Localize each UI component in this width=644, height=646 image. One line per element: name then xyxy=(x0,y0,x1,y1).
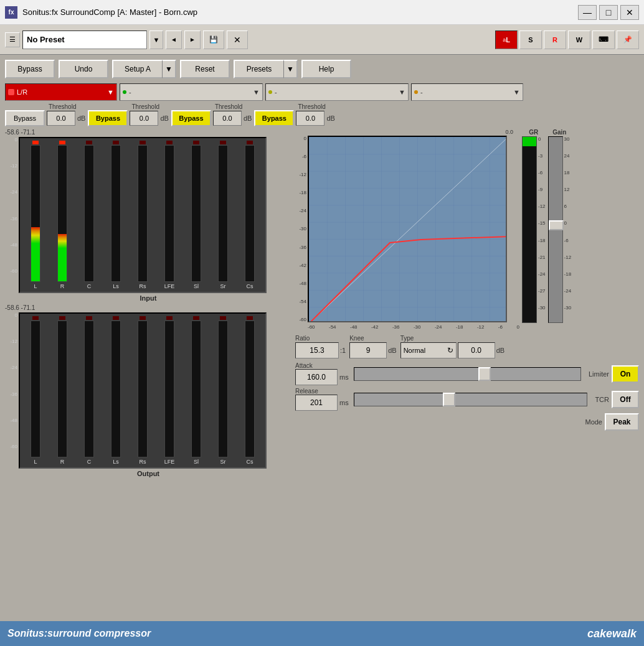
gain-section: Gain 30 24 18 12 6 0 xyxy=(548,129,572,323)
keyboard-button[interactable]: ⌨ xyxy=(592,30,615,49)
ch-name-Rs: Rs xyxy=(140,283,146,289)
pin-button[interactable]: 📌 xyxy=(617,30,639,49)
gain-slider-thumb[interactable] xyxy=(549,220,564,230)
out-bar-Sr xyxy=(218,321,228,457)
tcr-label: TCR xyxy=(595,396,609,403)
clip-led-LFE xyxy=(166,141,173,144)
preset-prev-button[interactable]: ◄ xyxy=(166,30,182,49)
bypass-button-3[interactable]: Bypass xyxy=(171,110,211,126)
channel-3-selector[interactable]: - ▼ xyxy=(265,83,409,101)
out-bar-C xyxy=(84,321,94,457)
clip-led-C xyxy=(86,141,92,144)
type-extra-value[interactable]: 0.0 xyxy=(458,342,495,358)
gain-label: Gain xyxy=(552,129,566,136)
type-extra-unit: dB xyxy=(496,347,504,354)
attack-slider-thumb[interactable] xyxy=(478,367,491,381)
ratio-value[interactable]: 15.3 xyxy=(295,342,339,358)
gain-slider-track[interactable] xyxy=(548,136,563,323)
ch-name-Sl: Sl xyxy=(194,283,199,289)
threshold-value-2[interactable]: 0.0 xyxy=(130,111,158,126)
setup-dropdown[interactable]: ▼ xyxy=(162,60,176,78)
threshold-value-4[interactable]: 0.0 xyxy=(296,111,324,126)
input-meters-all: L R xyxy=(19,137,267,293)
presets-button[interactable]: Presets xyxy=(234,60,283,78)
clip-led-Rs xyxy=(140,141,146,144)
release-value[interactable]: 201 xyxy=(295,395,338,411)
bypass-button-2[interactable]: Bypass xyxy=(88,110,128,126)
channel-4-selector[interactable]: - ▼ xyxy=(411,83,523,101)
release-slider[interactable] xyxy=(354,393,588,406)
gr-scale: 0 -3 -6 -9 -12 -15 -18 -21 -24 -27 -30 xyxy=(537,136,546,311)
gain-slider-with-scale: 30 24 18 12 6 0 -6 -12 -18 -24 -30 xyxy=(548,136,572,323)
out-name-R: R xyxy=(60,459,65,465)
clip-led-Sl xyxy=(193,141,199,144)
clip-led-Cs xyxy=(247,141,253,144)
db-label-1: dB xyxy=(77,115,85,122)
close-button[interactable]: ✕ xyxy=(620,5,639,20)
gr-label: GR xyxy=(529,129,538,136)
output-meters-all: L R C xyxy=(19,312,267,469)
preset-save-button[interactable]: 💾 xyxy=(203,30,224,49)
status-bar: Sonitus:surround compressor cakewalk xyxy=(0,621,644,646)
automation-read-button[interactable]: aL xyxy=(495,30,518,49)
bypass-button-4[interactable]: Bypass xyxy=(254,110,294,126)
setup-button[interactable]: Setup A xyxy=(112,60,162,78)
out-clip-Rs xyxy=(140,316,146,320)
threshold-value-3[interactable]: 0.0 xyxy=(213,111,242,126)
main-content: Bypass Undo Setup A ▼ Reset Presets ▼ He… xyxy=(0,55,644,621)
ch3-color-dot xyxy=(268,90,272,94)
input-meter-R: R xyxy=(49,141,75,289)
clip-led-R xyxy=(59,141,65,144)
bypass-button[interactable]: Bypass xyxy=(5,60,55,78)
input-meter-Sl: Sl xyxy=(183,141,209,289)
presets-dropdown[interactable]: ▼ xyxy=(283,60,298,78)
ch-name-Sr: Sr xyxy=(220,283,226,289)
release-slider-thumb[interactable] xyxy=(443,393,455,406)
limiter-control: Limiter On xyxy=(589,365,639,383)
reset-button[interactable]: Reset xyxy=(180,60,230,78)
help-button[interactable]: Help xyxy=(301,60,351,78)
graph-with-scale: 0 -6 -12 -18 -24 -30 -36 -42 -48 -54 -60 xyxy=(295,136,519,324)
left-meters-panel: -58.6 -71.1 0 -12 -24 -36 -48 -60 xyxy=(5,129,291,477)
attack-label: Attack xyxy=(295,362,313,369)
type-dropdown[interactable]: Normal ↻ xyxy=(400,342,457,358)
channel-2-selector[interactable]: - ▼ xyxy=(120,83,263,101)
menu-button[interactable]: ☰ xyxy=(5,32,20,47)
channel-1-selector[interactable]: L/R ▼ xyxy=(5,83,117,101)
preset-next-button[interactable]: ► xyxy=(184,30,201,49)
out-bar-R xyxy=(57,321,67,457)
input-meters-section: -58.6 -71.1 0 -12 -24 -36 -48 -60 xyxy=(5,129,291,302)
attack-value[interactable]: 160.0 xyxy=(295,369,338,385)
title-bar: fx Sonitus:fx SurroundComp [A: Master] -… xyxy=(0,0,644,25)
output-meter-Ls: Ls xyxy=(103,316,129,465)
solo-button[interactable]: S xyxy=(519,30,542,49)
threshold-value-1[interactable]: 0.0 xyxy=(47,111,75,126)
preset-name-display: No Preset xyxy=(22,30,147,49)
comp-params: Ratio 15.3 :1 Knee 9 dB xyxy=(295,332,639,433)
tcr-button[interactable]: Off xyxy=(612,391,639,408)
input-meter-L: L xyxy=(22,141,49,289)
limiter-button[interactable]: On xyxy=(612,365,639,383)
output-meter-L: L xyxy=(22,316,49,465)
gain-scale: 30 24 18 12 6 0 -6 -12 -18 -24 -30 xyxy=(563,136,572,311)
bypass-button-1[interactable]: Bypass xyxy=(5,110,45,126)
attack-slider[interactable] xyxy=(354,367,581,381)
input-meter-Rs: Rs xyxy=(130,141,156,289)
write-button[interactable]: W xyxy=(568,30,590,49)
preset-dropdown-arrow[interactable]: ▼ xyxy=(149,30,163,49)
knee-group: Knee 9 dB xyxy=(349,335,396,358)
ch3-dropdown-arrow: ▼ xyxy=(399,88,405,96)
meter-bar-R xyxy=(57,145,67,282)
maximize-button[interactable]: □ xyxy=(599,5,618,20)
ch-name-C: C xyxy=(87,283,92,289)
minimize-button[interactable]: — xyxy=(578,5,597,20)
record-arm-button[interactable]: R xyxy=(544,30,566,49)
preset-close-button[interactable]: ✕ xyxy=(227,30,248,49)
knee-value[interactable]: 9 xyxy=(349,342,387,358)
undo-button[interactable]: Undo xyxy=(59,60,108,78)
mode-button[interactable]: Peak xyxy=(605,413,639,431)
knee-unit: dB xyxy=(388,347,396,354)
limiter-label: Limiter xyxy=(589,370,609,378)
out-name-C: C xyxy=(87,459,92,465)
threshold-label-2: Threshold xyxy=(131,103,159,110)
